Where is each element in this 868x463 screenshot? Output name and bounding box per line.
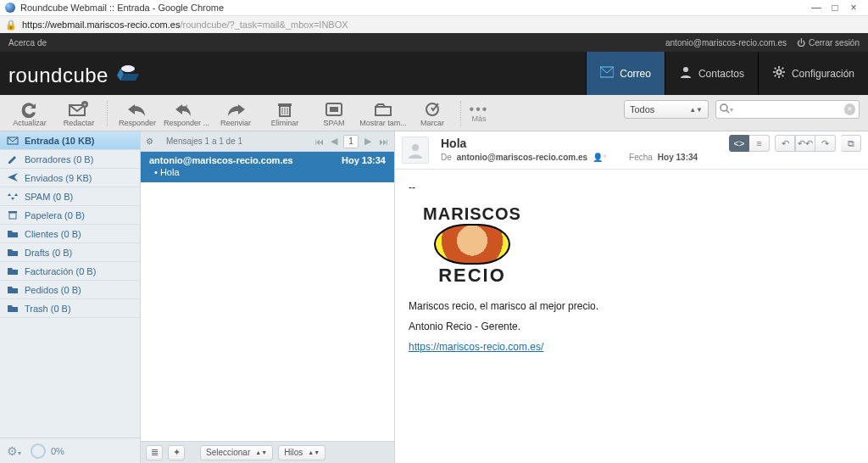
avatar [402, 137, 429, 164]
app-topbar: Acerca de antonio@mariscos-recio.com.es … [0, 33, 868, 52]
folder-icon [7, 303, 19, 315]
refresh-button[interactable]: Actualizar [5, 100, 54, 127]
forward-button[interactable]: Reenviar [211, 100, 260, 127]
reply-label: Responder [119, 119, 156, 127]
logout-button[interactable]: ⏻ Cerrar sesión [797, 38, 860, 47]
window-minimize-button[interactable]: — [807, 2, 826, 14]
delete-button[interactable]: Eliminar [260, 100, 309, 127]
mark-button[interactable]: Marcar [408, 100, 457, 127]
refresh-label: Actualizar [13, 119, 47, 127]
message-row[interactable]: antonio@mariscos-recio.com.es Hoy 13:34 … [141, 152, 394, 182]
folder-item[interactable]: Papelera (0 B) [0, 206, 140, 225]
tab-contacts[interactable]: Contactos [665, 52, 758, 95]
svg-point-31 [412, 144, 419, 151]
cube-icon [114, 62, 142, 84]
url-text: https://webmail.mariscos-recio.com.es/ro… [22, 20, 348, 30]
refresh-icon [5, 100, 54, 119]
more-button[interactable]: •••Más [466, 104, 492, 123]
inbox-icon [7, 135, 19, 147]
show-size-button[interactable]: Mostrar tam... [359, 100, 408, 127]
folder-label: Borradores (0 B) [25, 154, 93, 165]
preview-forward-button[interactable]: ↷ [815, 135, 836, 152]
about-link[interactable]: Acerca de [8, 38, 47, 47]
folder-item[interactable]: Entrada (10 KB) [0, 131, 140, 150]
list-view-button[interactable]: ≣ [146, 445, 163, 460]
chevron-updown-icon: ▲▼ [308, 449, 320, 455]
folder-item[interactable]: Drafts (0 B) [0, 243, 140, 262]
window-titlebar: Roundcube Webmail :: Entrada - Google Ch… [0, 0, 868, 16]
folder-item[interactable]: Pedidos (0 B) [0, 281, 140, 299]
folder-item[interactable]: Borradores (0 B) [0, 150, 140, 169]
trash-icon [7, 209, 19, 221]
toolbar-separator [107, 101, 109, 126]
preview-date: Hoy 13:34 [658, 153, 698, 162]
tab-settings[interactable]: Configuración [758, 52, 868, 95]
add-contact-icon[interactable]: 👤⁺ [593, 153, 607, 162]
search-icon [720, 103, 730, 115]
signature-link[interactable]: https://mariscos-recio.com.es/ [409, 341, 543, 353]
search-input[interactable] [733, 104, 844, 114]
signature-logo-bottom: RECIO [438, 265, 506, 287]
folder-item[interactable]: Trash (0 B) [0, 299, 140, 318]
svg-point-5 [776, 70, 781, 74]
preview-reply-button[interactable]: ↶ [775, 135, 795, 152]
next-page-button[interactable]: ▶ [362, 136, 374, 147]
chevron-updown-icon: ▲▼ [689, 106, 703, 114]
folder-icon [7, 265, 19, 277]
toggle-text-button[interactable]: ≡ [749, 135, 770, 152]
first-page-button[interactable]: ⏮ [313, 137, 325, 147]
svg-line-11 [782, 75, 783, 77]
replyall-button[interactable]: Responder ... [162, 100, 211, 127]
folder-icon [7, 247, 19, 259]
message-list-header: ⚙ Mensajes 1 a 1 de 1 ⏮ ◀ 1 ▶ ⏭ [141, 131, 394, 152]
spam-button[interactable]: SPAM [309, 100, 359, 127]
spam-label: SPAM [324, 119, 345, 127]
open-window-button[interactable]: ⧉ [841, 135, 861, 152]
prev-page-button[interactable]: ◀ [328, 136, 340, 147]
page-number[interactable]: 1 [343, 135, 359, 148]
quota-display: 0% [31, 443, 64, 459]
folder-item[interactable]: Facturación (0 B) [0, 262, 140, 281]
threads-menu[interactable]: Hilos▲▼ [278, 445, 326, 460]
tab-mail[interactable]: Correo [586, 52, 665, 95]
app-header: roundcube Correo Contactos Configuración [0, 52, 868, 95]
scope-select[interactable]: Todos ▲▼ [624, 100, 709, 119]
window-maximize-button[interactable]: □ [826, 2, 844, 14]
compose-button[interactable]: +Redactar [54, 100, 103, 127]
folder-label: Drafts (0 B) [25, 248, 72, 258]
folder-item[interactable]: SPAM (0 B) [0, 187, 140, 206]
address-bar[interactable]: 🔒 https://webmail.mariscos-recio.com.es/… [0, 16, 868, 33]
preview-replyall-button[interactable]: ↶↶ [795, 135, 815, 152]
folder-pane: Entrada (10 KB)Borradores (0 B)Enviados … [0, 131, 141, 463]
logo-text-1: round [8, 64, 63, 87]
pencil-icon [7, 153, 19, 165]
mail-toolbar: Actualizar +Redactar Responder Responder… [0, 95, 868, 131]
scope-value: Todos [630, 104, 654, 114]
folder-settings-button[interactable]: ⚙▾ [7, 444, 22, 458]
mark-label: Marcar [420, 119, 444, 127]
current-user[interactable]: antonio@mariscos-recio.com.es [665, 38, 787, 47]
select-menu[interactable]: Seleccionar▲▼ [200, 445, 273, 460]
logo-text-2: cube [63, 64, 108, 87]
last-page-button[interactable]: ⏭ [377, 137, 389, 147]
replyall-icon [162, 100, 211, 119]
folder-label: Enviados (9 KB) [25, 173, 92, 183]
svg-rect-24 [376, 107, 391, 115]
reply-button[interactable]: Responder [113, 100, 162, 127]
thread-view-button[interactable]: ✦ [168, 445, 185, 460]
quota-circle-icon [31, 443, 46, 459]
folder-item[interactable]: Clientes (0 B) [0, 225, 140, 243]
preview-actions: <> ≡ ↶ ↶↶ ↷ ⧉ [729, 135, 861, 152]
signature-image: MARISCOS RECIO [409, 198, 536, 292]
clear-search-button[interactable]: × [844, 103, 855, 115]
svg-rect-18 [278, 103, 292, 106]
window-close-button[interactable]: × [844, 2, 863, 14]
svg-line-27 [726, 110, 729, 113]
list-options-button[interactable]: ⚙ [146, 137, 159, 146]
folder-item[interactable]: Enviados (9 KB) [0, 169, 140, 187]
svg-line-12 [782, 68, 783, 70]
signature-separator: -- [409, 181, 854, 193]
toggle-html-button[interactable]: <> [729, 135, 749, 152]
search-box[interactable]: ▾ × [715, 100, 860, 119]
folder-list: Entrada (10 KB)Borradores (0 B)Enviados … [0, 131, 140, 438]
